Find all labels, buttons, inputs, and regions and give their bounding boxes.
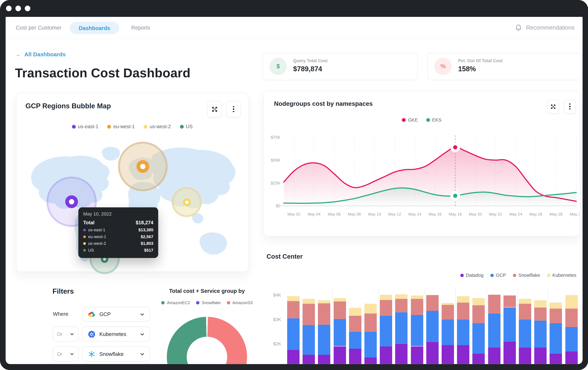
snowflake-logo-icon <box>88 350 95 358</box>
app-window: Cost per Customer Dashboards Reports Rec… <box>0 0 588 370</box>
back-arrow-icon: ← <box>16 51 21 57</box>
bar-segment-datadog <box>318 355 330 364</box>
legend-label: us-west-2 <box>150 124 171 129</box>
stat-value: $789,874 <box>293 65 322 73</box>
bar-segment-datadog <box>488 348 500 364</box>
bar-segment-datadog <box>395 344 408 364</box>
y-axis-label: $2K <box>266 341 281 347</box>
filter-operator-dropdown[interactable]: Or <box>53 347 79 361</box>
nav-item-cost-per-customer[interactable]: Cost per Customer <box>16 17 61 39</box>
filter-value: Kubernetes <box>99 331 126 337</box>
legend-label: GCP <box>496 273 506 278</box>
nav-item-reports[interactable]: Reports <box>131 17 150 39</box>
bar-segment-kubernetes <box>565 295 578 308</box>
window-dot-1[interactable] <box>6 6 12 11</box>
filter-value: GCP <box>99 311 111 317</box>
kebab-menu-button[interactable] <box>227 101 241 117</box>
bar-segment-snowflake <box>395 299 408 312</box>
svg-text:May 26: May 26 <box>529 212 542 216</box>
bar-segment-datadog <box>503 341 516 364</box>
legend-item-datadog[interactable]: Datadog <box>460 273 483 278</box>
tooltip-total-value: $18,274 <box>136 220 153 225</box>
bar-segment-gcp <box>426 311 439 342</box>
legend-item-amazonec2[interactable]: AmazonEC2 <box>161 300 190 305</box>
filters-heading: Filters <box>52 287 74 296</box>
legend-label: Kubernetes <box>552 273 576 278</box>
stat-card-query-total-cost: $ Query Total Cost $789,874 <box>262 53 418 80</box>
legend-item-eu-west-1[interactable]: eu-west-1 <box>107 124 135 129</box>
window-dot-3[interactable] <box>25 6 30 11</box>
legend-item-us[interactable]: US <box>180 124 193 129</box>
legend-item-us-west-2[interactable]: us-west-2 <box>144 124 171 129</box>
bar-segment-gcp <box>457 319 470 345</box>
legend-label: us-east-1 <box>78 124 98 129</box>
where-label: Where <box>53 311 68 317</box>
region-bubble-us-east-1[interactable] <box>65 195 78 208</box>
cost-center-bar-chart: $4K$3K$2K$1K <box>266 286 582 364</box>
window-controls[interactable] <box>6 6 30 11</box>
bar-segment-snowflake <box>303 304 315 325</box>
nav-item-dashboards[interactable]: Dashboards <box>70 22 119 34</box>
svg-text:May 22: May 22 <box>489 212 502 216</box>
tooltip-label: eu-west-1 <box>88 234 106 239</box>
svg-text:May 30: May 30 <box>570 212 579 216</box>
cost-center-legend: DatadogGCPSnowflakeKubernetes <box>460 273 576 278</box>
bar-segment-snowflake <box>349 316 361 332</box>
legend-item-kubernetes[interactable]: Kubernetes <box>547 273 576 278</box>
legend-item-amazons3[interactable]: AmazonS3 <box>227 300 252 305</box>
bar-segment-gcp <box>318 325 330 355</box>
dollar-icon: $ <box>270 58 287 75</box>
bar-segment-kubernetes <box>303 299 315 304</box>
legend-item-snowflake[interactable]: Snowflake <box>196 300 221 305</box>
bar-segment-kubernetes <box>395 294 408 299</box>
bar-segment-gcp <box>334 319 346 346</box>
svg-text:May 24: May 24 <box>509 212 522 216</box>
expand-button[interactable] <box>207 101 221 117</box>
tooltip-value: $13,385 <box>138 228 153 232</box>
recommendations-button[interactable]: Recommendations <box>515 17 575 39</box>
bar-segment-snowflake <box>411 299 423 315</box>
bar-segment-kubernetes <box>472 298 485 305</box>
tooltip-value: $1,803 <box>141 241 153 246</box>
filter-dropdown-snowflake[interactable]: Snowflake <box>83 347 150 361</box>
bell-icon <box>515 24 522 32</box>
filter-dropdown-kubernetes[interactable]: Kubernetes <box>83 327 150 341</box>
bar-segment-snowflake <box>426 295 439 311</box>
legend-dot <box>161 301 165 304</box>
svg-text:May 02: May 02 <box>287 212 300 216</box>
donut-hole <box>187 337 227 364</box>
bar-segment-snowflake <box>442 305 454 319</box>
svg-text:May 16: May 16 <box>429 212 441 216</box>
legend-item-us-east-1[interactable]: us-east-1 <box>72 124 98 129</box>
bubble-map-title: GCP Regions Bubble Map <box>25 102 111 110</box>
window-dot-2[interactable] <box>15 6 21 11</box>
breadcrumb-label: All Dashboards <box>24 51 65 57</box>
legend-dot <box>460 274 463 277</box>
bar-segment-datadog <box>303 355 315 364</box>
legend-dot <box>196 301 200 304</box>
filter-operator-dropdown[interactable]: Or <box>53 327 79 341</box>
chevron-down-icon <box>139 351 145 357</box>
tooltip-row: us-east-1 $13,385 <box>83 228 153 232</box>
bar-segment-gcp <box>411 315 423 346</box>
filter-dropdown-gcp[interactable]: GCP <box>83 307 150 322</box>
tooltip-row: US $517 <box>83 248 153 252</box>
legend-label: AmazonS3 <box>232 300 252 305</box>
svg-text:May 14: May 14 <box>409 212 421 216</box>
grid-line <box>486 289 487 325</box>
back-to-all-dashboards-link[interactable]: ← All Dashboards <box>16 51 66 57</box>
legend-item-snowflake[interactable]: Snowflake <box>513 273 540 278</box>
region-bubble-eu-west-1[interactable] <box>136 160 149 173</box>
svg-text:May 20: May 20 <box>469 212 482 216</box>
tooltip-dot <box>83 235 86 238</box>
bar-segment-kubernetes <box>364 304 377 313</box>
bar-segment-datadog <box>472 354 485 364</box>
bar-segment-datadog <box>287 350 300 364</box>
bar-segment-kubernetes <box>457 296 470 302</box>
tooltip-label: US <box>88 248 94 252</box>
bar-segment-gcp <box>287 318 300 350</box>
legend-dot <box>72 125 76 128</box>
region-bubble-us-west-2[interactable] <box>183 198 190 206</box>
legend-label: Snowflake <box>202 300 221 305</box>
legend-item-gcp[interactable]: GCP <box>490 273 506 278</box>
